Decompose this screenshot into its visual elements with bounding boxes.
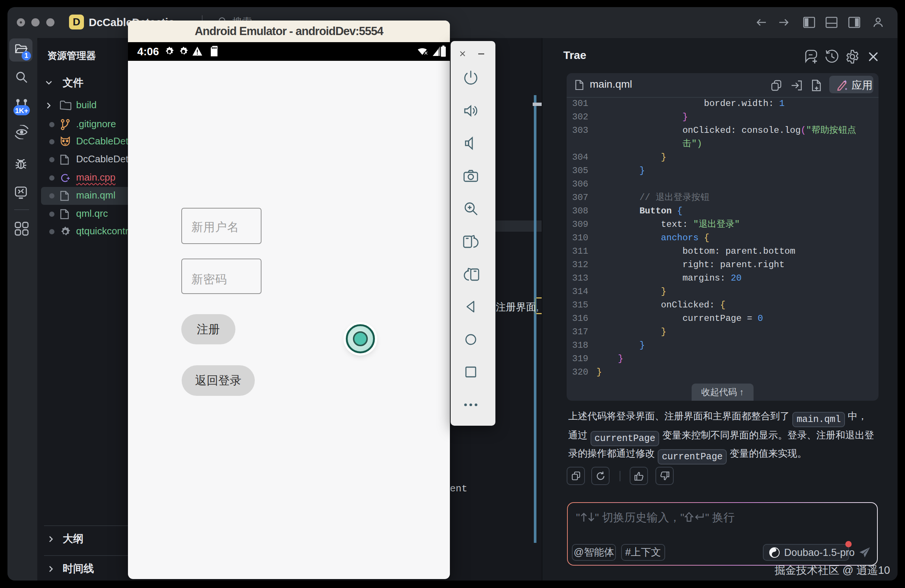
svg-text:1K+: 1K+ [15,107,28,114]
